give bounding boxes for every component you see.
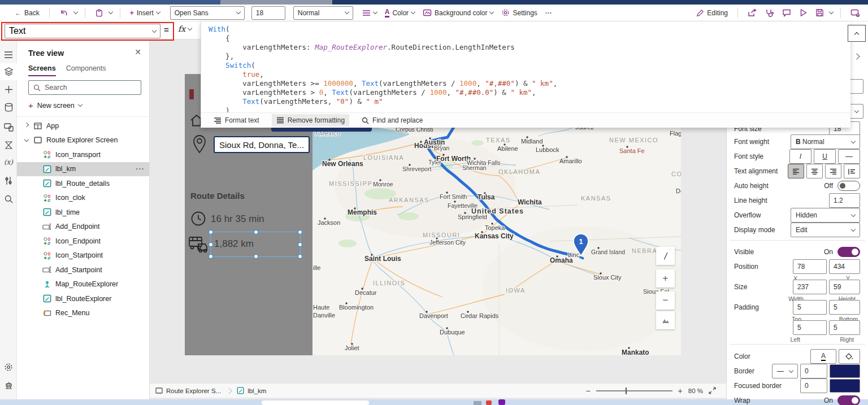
breadcrumb-control[interactable]: lbl_km (231, 384, 272, 398)
back-button[interactable]: ← Back (12, 7, 42, 19)
tree-item-Icon_Startpoint[interactable]: Icon_Startpoint (17, 249, 149, 263)
size-width-input[interactable]: 237 (793, 280, 827, 294)
zoom-percentage[interactable]: 80 % (688, 387, 703, 394)
insert-icon[interactable] (0, 81, 17, 98)
code-line[interactable]: Switch( (209, 61, 848, 70)
tree-item-Add_Endpoint[interactable]: Add_Endpoint (17, 220, 149, 234)
padding-right-input[interactable]: 5 (829, 320, 860, 335)
undo-chevron-icon[interactable] (73, 10, 77, 14)
formula-code[interactable]: With( { varLengthMeters: Map_RouteExplor… (209, 25, 848, 113)
code-line[interactable]: { (209, 34, 848, 43)
tree-item-Icon_clok[interactable]: Icon_clok (17, 191, 149, 206)
font-weight-dropdown[interactable]: B Normal (791, 134, 860, 149)
map-compass-button[interactable] (656, 247, 675, 265)
data-icon[interactable] (0, 99, 17, 116)
map-style-button[interactable] (656, 311, 675, 329)
italic-button[interactable]: I (789, 149, 811, 164)
map-zoom-out-button[interactable]: − (656, 291, 675, 310)
selection-handle[interactable] (209, 242, 213, 247)
zoom-slider-thumb[interactable] (626, 387, 627, 394)
align-justify-button[interactable] (844, 164, 860, 178)
code-line[interactable]: varLengthMeters >= 1000000, Text(varLeng… (209, 79, 848, 88)
tree-item-Icon_Endpoint[interactable]: Icon_Endpoint (17, 234, 149, 249)
tree-view-icon[interactable] (0, 63, 17, 80)
selection-handle[interactable] (254, 254, 258, 259)
align-left-button[interactable] (788, 164, 804, 178)
underline-button[interactable]: U (814, 149, 836, 164)
media-icon[interactable] (0, 119, 17, 136)
code-line[interactable]: varLengthMeters: Map_RouteExplorer.Route… (209, 43, 848, 52)
remove-formatting-button[interactable]: Remove formatting (272, 114, 349, 127)
paste-chevron-icon[interactable] (108, 10, 112, 14)
tree-item-Rec_Menu[interactable]: Rec_Menu (17, 306, 149, 321)
more-commands-button[interactable]: ··· (543, 7, 554, 19)
strikethrough-button[interactable]: — (838, 149, 860, 164)
power-automate-icon[interactable] (0, 137, 17, 154)
new-screen-button[interactable]: + New screen (28, 101, 82, 110)
selection-handle[interactable] (298, 254, 302, 259)
code-line[interactable]: varLengthMeters > 0, Text(varLengthMeter… (209, 88, 848, 97)
insert-button[interactable]: + Insert (128, 7, 162, 19)
comments-button[interactable] (780, 7, 793, 19)
settings-button[interactable]: Settings (499, 7, 539, 19)
tree-item-Icon_transport[interactable]: Icon_transport (17, 147, 149, 162)
focused-border-width-input[interactable]: 0 (800, 378, 827, 393)
text-color-button[interactable]: A (810, 349, 836, 364)
route-distance-label[interactable]: 1,882 km (214, 238, 254, 250)
close-icon[interactable]: ✕ (134, 47, 141, 56)
editing-mode-button[interactable]: Editing (694, 7, 730, 19)
fill-color-button[interactable] (839, 349, 860, 364)
selection-handle[interactable] (254, 230, 258, 234)
overflow-dropdown[interactable]: Hidden (791, 208, 860, 223)
save-button[interactable] (813, 7, 826, 19)
background-color-button[interactable]: Background color (420, 7, 496, 19)
tab-components[interactable]: Components (66, 64, 106, 76)
tree-item-lbl_Route_details[interactable]: lbl_Route_details (17, 176, 149, 191)
border-style-dropdown[interactable]: — (772, 364, 798, 378)
text-style-select[interactable]: Normal (293, 6, 353, 20)
align-center-button[interactable] (806, 164, 823, 178)
font-family-select[interactable]: Open Sans (170, 6, 245, 20)
border-width-input[interactable]: 0 (800, 364, 827, 378)
code-line[interactable]: true, (209, 70, 848, 79)
auto-height-toggle[interactable] (837, 181, 860, 191)
code-line[interactable]: With( (209, 25, 848, 34)
tree-item-lbl_time[interactable]: lbl_time (17, 205, 149, 220)
panel-expand-chevron[interactable] (854, 51, 859, 61)
line-height-input[interactable]: 1.2 (829, 193, 860, 208)
alignment-button[interactable] (360, 7, 379, 19)
publish-button[interactable] (848, 7, 862, 19)
find-replace-button[interactable]: Find and replace (357, 114, 427, 127)
chevron-right-icon[interactable] (24, 123, 29, 127)
formula-collapse-button[interactable] (848, 25, 866, 42)
endpoint-address-input[interactable]: Sioux Rd, Donna, Te... (214, 136, 310, 153)
variables-icon[interactable]: (x) (0, 154, 17, 171)
tree-item-Route Explorer Screen[interactable]: Route Explorer Screen (17, 133, 149, 148)
align-right-button[interactable] (825, 164, 841, 178)
preview-button[interactable] (797, 7, 810, 19)
color-button[interactable]: A Color (383, 7, 417, 19)
tab-screens[interactable]: Screens (28, 64, 56, 76)
border-color-swatch[interactable] (830, 364, 860, 378)
position-x-input[interactable]: 78 (793, 259, 827, 274)
code-line[interactable]: Text(varLengthMeters, "0") & " m" (209, 97, 848, 106)
position-y-input[interactable]: 434 (829, 259, 860, 274)
zoom-in-icon[interactable]: + (678, 386, 683, 395)
visible-toggle[interactable] (837, 247, 860, 257)
tree-item-lbl_RouteExplorer[interactable]: lbl_RouteExplorer (17, 291, 149, 306)
menu-icon[interactable] (0, 46, 17, 63)
undo-button[interactable] (57, 7, 71, 19)
virtual-agent-icon[interactable] (0, 377, 17, 394)
app-checker-button[interactable] (763, 7, 776, 19)
selection-handle[interactable] (298, 230, 302, 234)
paste-button[interactable] (93, 7, 106, 19)
fit-to-window-icon[interactable] (709, 387, 716, 394)
selection-handle[interactable] (209, 230, 213, 234)
formula-bar[interactable]: With( { varLengthMeters: Map_RouteExplor… (201, 21, 850, 128)
zoom-out-icon[interactable]: − (585, 386, 590, 395)
advanced-tools-icon[interactable] (0, 172, 17, 189)
selection-handle[interactable] (209, 254, 213, 259)
property-select[interactable]: Text (5, 24, 160, 38)
item-menu-icon[interactable]: ··· (136, 165, 145, 173)
padding-bottom-input[interactable]: 5 (829, 300, 860, 315)
